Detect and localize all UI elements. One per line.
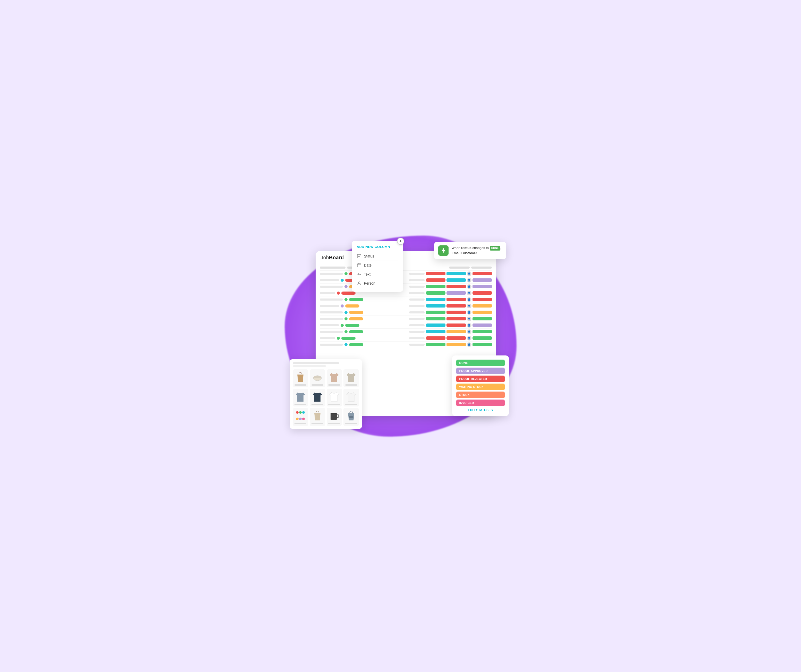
color-blocks: 👤 <box>426 336 492 340</box>
scene: + JobBoard <box>285 235 516 437</box>
color-block <box>426 298 446 301</box>
status-dot <box>344 317 347 321</box>
color-block <box>447 337 466 340</box>
lightning-icon <box>438 245 449 256</box>
color-blocks: 👤 <box>426 278 492 282</box>
logo-job: Job <box>321 255 329 260</box>
color-block <box>447 298 466 301</box>
color-blocks: 👤 <box>426 284 492 289</box>
avatar: 👤 <box>467 329 471 334</box>
table-row: 👤 <box>320 271 492 277</box>
dropdown-item-person[interactable]: Person <box>357 279 398 288</box>
legend-item-stuck: STUCK <box>456 392 505 398</box>
color-block <box>473 285 492 288</box>
row-text <box>320 343 343 346</box>
svg-rect-7 <box>349 416 353 418</box>
col-header-1 <box>320 266 346 269</box>
color-blocks: 👤 <box>426 329 492 334</box>
table-row: 👤 <box>320 297 492 303</box>
table-row: 👤 <box>320 322 492 329</box>
color-block <box>473 311 492 314</box>
legend-item-waiting-stock: WAITING STOCK <box>456 384 505 390</box>
status-pill <box>349 311 363 314</box>
avatar: 👤 <box>467 304 471 308</box>
product-label <box>312 404 323 405</box>
product-item <box>327 408 342 426</box>
color-block <box>473 330 492 333</box>
color-block <box>473 304 492 308</box>
done-badge: DONE <box>490 246 500 251</box>
status-pill <box>349 330 363 333</box>
svg-rect-6 <box>331 413 336 414</box>
svg-rect-1 <box>357 264 361 267</box>
dropdown-title: ADD NEW COLUMN <box>357 245 398 249</box>
table-row: 👤 <box>320 309 492 316</box>
row-text <box>320 305 339 307</box>
color-block <box>447 311 466 314</box>
row-text <box>320 311 343 313</box>
table-row: 👤 <box>320 329 492 335</box>
color-blocks: 👤 <box>426 271 492 276</box>
avatar: 👤 <box>467 297 471 302</box>
dropdown-item-status[interactable]: Status <box>357 252 398 261</box>
color-blocks: 👤 <box>426 291 492 295</box>
color-block <box>426 317 446 321</box>
dropdown-item-label: Text <box>364 272 371 276</box>
add-column-button[interactable]: + <box>397 238 404 245</box>
product-label <box>294 423 306 424</box>
dropdown-item-date[interactable]: Date <box>357 261 398 270</box>
shirt5-icon <box>329 390 339 403</box>
dropdown-item-text[interactable]: Aa Text <box>357 270 398 279</box>
dropdown-item-label: Person <box>364 281 375 285</box>
automation-card: When Status changes to DONE, Email Custo… <box>434 242 506 259</box>
shirt6-icon <box>346 390 356 403</box>
row-text <box>409 343 425 346</box>
row-text <box>320 279 339 281</box>
avatar: 👤 <box>467 291 471 295</box>
legend-item-proof-approved: PROOF APPROVED <box>456 367 505 374</box>
product-gallery-card <box>290 359 362 429</box>
status-icon <box>357 254 362 259</box>
status-dot <box>344 298 347 301</box>
color-block <box>473 317 492 321</box>
color-block <box>426 324 446 327</box>
edit-statuses-button[interactable]: EDIT STATUSES <box>456 408 505 412</box>
row-text <box>409 279 425 281</box>
table-row: 👤 <box>320 284 492 290</box>
status-dot <box>341 324 344 327</box>
color-block <box>426 343 446 346</box>
table-row: 👤 <box>320 277 492 284</box>
row-text <box>409 331 425 333</box>
status-dot <box>344 285 347 288</box>
product-item <box>327 369 342 387</box>
status-pill <box>345 305 359 308</box>
row-text <box>409 318 425 320</box>
date-icon <box>357 263 362 268</box>
product-label <box>328 404 340 405</box>
table-header-row <box>320 265 492 271</box>
row-text <box>409 298 425 301</box>
product-item <box>343 389 359 406</box>
row-text <box>320 318 343 320</box>
color-blocks: 👤 <box>426 297 492 302</box>
color-block <box>426 272 446 275</box>
product-label <box>345 384 357 386</box>
color-block <box>473 324 492 327</box>
table-area: 👤 👤 <box>315 263 496 350</box>
status-dot <box>337 292 340 295</box>
product-item <box>343 369 359 387</box>
color-block <box>447 304 466 308</box>
avatar: 👤 <box>467 342 471 347</box>
col-header-4 <box>449 266 470 269</box>
status-dot <box>344 330 347 333</box>
color-block <box>473 343 492 346</box>
product-item <box>343 408 359 426</box>
col-header-5 <box>471 266 492 269</box>
row-text <box>409 292 425 294</box>
color-block <box>447 343 466 346</box>
color-block <box>473 291 492 295</box>
text-icon: Aa <box>357 272 362 277</box>
avatar: 👤 <box>467 317 471 321</box>
status-pill <box>349 317 363 321</box>
color-block <box>473 272 492 275</box>
